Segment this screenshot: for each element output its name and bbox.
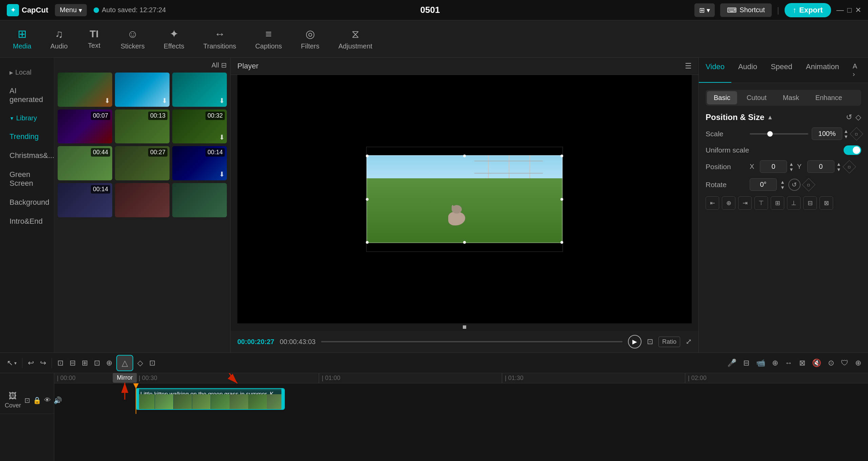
media-thumb-10[interactable]: 00:14 (58, 183, 112, 217)
track-visible-icon[interactable]: 👁 (44, 396, 51, 404)
mirror-button[interactable]: △ (116, 355, 133, 371)
lock-button[interactable]: 🛡 (839, 357, 850, 369)
crop-button[interactable]: ⊡ (92, 357, 102, 369)
toolbar-captions[interactable]: ≡ Captions (246, 25, 292, 53)
toolbar-audio[interactable]: ♫ Audio (41, 25, 77, 53)
rotate-keyframe-button[interactable]: ◇ (802, 178, 815, 192)
reset-button[interactable]: ↺ (846, 113, 852, 122)
pos-y-up[interactable]: ▲ (836, 162, 841, 166)
rotate-input[interactable] (750, 178, 777, 191)
tab-chevron[interactable]: › (864, 58, 868, 83)
pos-y-input[interactable] (807, 160, 834, 173)
pos-x-up[interactable]: ▲ (789, 162, 794, 166)
insert-button[interactable]: ⊕ (104, 357, 114, 369)
media-thumb-3[interactable]: ⬇ (172, 73, 227, 107)
section-tab-mask[interactable]: Mask (776, 91, 806, 104)
align-top-button[interactable]: ⊤ (754, 196, 768, 210)
align-center-h-button[interactable]: ⊕ (722, 196, 735, 210)
minimize-button[interactable]: — (836, 6, 844, 15)
close-button[interactable]: ✕ (855, 6, 861, 15)
snapshot-button[interactable]: ⊡ (647, 337, 653, 346)
uniform-scale-toggle[interactable] (844, 145, 861, 155)
media-thumb-6[interactable]: 00:32 ⬇ (172, 109, 227, 144)
clip-handle-right[interactable] (281, 389, 284, 409)
download-icon-2[interactable]: ⬇ (162, 97, 167, 105)
mute-button[interactable]: 🔇 (810, 357, 823, 369)
pos-y-down[interactable]: ▼ (836, 167, 841, 172)
toolbar-stickers[interactable]: ☺ Stickers (111, 25, 154, 53)
media-thumb-7[interactable]: 00:44 (58, 146, 112, 180)
loop-button[interactable]: ⊙ (826, 357, 836, 369)
video-track-button[interactable]: 📹 (754, 357, 767, 369)
toolbar-text[interactable]: TI Text (77, 25, 111, 52)
align-bottom-button[interactable]: ⊥ (787, 196, 801, 210)
sidebar-item-christmas[interactable]: Christmas&... (3, 146, 51, 165)
media-thumb-11[interactable] (115, 183, 170, 217)
scale-keyframe-button[interactable]: ◇ (850, 127, 863, 141)
section-tab-cutout[interactable]: Cutout (740, 91, 773, 104)
microphone-button[interactable]: 🎤 (725, 357, 738, 369)
toolbar-effects[interactable]: ✦ Effects (154, 25, 194, 53)
align-distribute-h-button[interactable]: ⊟ (803, 196, 817, 210)
maximize-button[interactable]: □ (847, 6, 852, 15)
media-thumb-5[interactable]: 00:13 (115, 109, 170, 144)
download-icon-3[interactable]: ⬇ (219, 97, 225, 105)
rotate-up[interactable]: ▲ (780, 180, 785, 184)
split-button[interactable]: ⊡ (55, 357, 65, 369)
media-thumb-2[interactable]: ⬇ (115, 73, 170, 107)
tab-speed[interactable]: Speed (764, 58, 799, 83)
play-button[interactable]: ▶ (628, 335, 642, 348)
keyframe-button[interactable]: ◇ (135, 357, 145, 369)
ratio-button[interactable]: Ratio (658, 337, 680, 347)
layout-button[interactable]: ⊞ ▾ (694, 3, 715, 17)
download-icon-9[interactable]: ⬇ (219, 170, 225, 178)
fullscreen-button[interactable]: ⤢ (686, 337, 692, 346)
rotate-down[interactable]: ▼ (780, 185, 785, 190)
track-thumbnail-icon[interactable]: ⊡ (24, 396, 30, 404)
media-thumb-12[interactable] (172, 183, 227, 217)
toolbar-filters[interactable]: ◎ Filters (292, 25, 329, 53)
section-tab-enhance[interactable]: Enhance (809, 91, 849, 104)
tab-more[interactable]: A › (846, 58, 864, 83)
sidebar-item-local[interactable]: ▶ Local (3, 64, 51, 81)
redo-button[interactable]: ↪ (38, 357, 48, 369)
toolbar-transitions[interactable]: ↔ Transitions (194, 25, 246, 53)
scale-slider[interactable] (750, 133, 808, 135)
tab-animation[interactable]: Animation (799, 58, 846, 83)
download-icon-1[interactable]: ⬇ (104, 97, 110, 105)
menu-button[interactable]: Menu ▾ (55, 4, 87, 16)
pos-x-input[interactable] (760, 160, 787, 173)
sidebar-item-library[interactable]: ▼ Library (3, 109, 51, 127)
position-keyframe-button[interactable]: ◇ (843, 160, 856, 174)
adjust-tool-button[interactable]: ⊡ (147, 357, 157, 369)
all-filter-button[interactable]: All ⊟ (212, 61, 227, 69)
track-add-button[interactable]: ⊟ (741, 357, 751, 369)
toolbar-adjustment[interactable]: ⧖ Adjustment (329, 25, 382, 53)
add-track-button[interactable]: ⊕ (853, 357, 863, 369)
split-link-button[interactable]: ↔ (783, 357, 794, 369)
media-thumb-4[interactable]: 00:07 (58, 109, 112, 144)
clip-handle-left[interactable] (136, 389, 139, 409)
media-thumb-1[interactable]: ⬇ (58, 73, 112, 107)
trim-button[interactable]: ⊞ (80, 357, 90, 369)
diamond-keyframe-button[interactable]: ◇ (855, 113, 861, 122)
track-lock-icon[interactable]: 🔒 (33, 396, 41, 404)
media-thumb-8[interactable]: 00:27 (115, 146, 170, 180)
tab-audio[interactable]: Audio (731, 58, 764, 83)
scale-input[interactable] (812, 127, 842, 140)
sidebar-item-intro-end[interactable]: Intro&End (3, 212, 51, 230)
sidebar-item-background[interactable]: Background (3, 193, 51, 212)
toolbar-media[interactable]: ⊞ Media (3, 25, 41, 53)
link-button[interactable]: ⊕ (770, 357, 780, 369)
tab-video[interactable]: Video (699, 58, 731, 83)
scale-down-button[interactable]: ▼ (844, 134, 848, 139)
scale-up-button[interactable]: ▲ (844, 129, 848, 134)
align-right-button[interactable]: ⇥ (738, 196, 752, 210)
media-thumb-9[interactable]: 00:14 ⬇ (172, 146, 227, 180)
select-tool[interactable]: ↖ ▾ (5, 357, 19, 369)
section-tab-basic[interactable]: Basic (707, 91, 737, 104)
align-center-v-button[interactable]: ⊞ (771, 196, 784, 210)
video-clip[interactable]: Little kitten walking on the green grass… (136, 388, 285, 410)
align-distribute-v-button[interactable]: ⊠ (820, 196, 833, 210)
align-left-button[interactable]: ⇤ (706, 196, 719, 210)
